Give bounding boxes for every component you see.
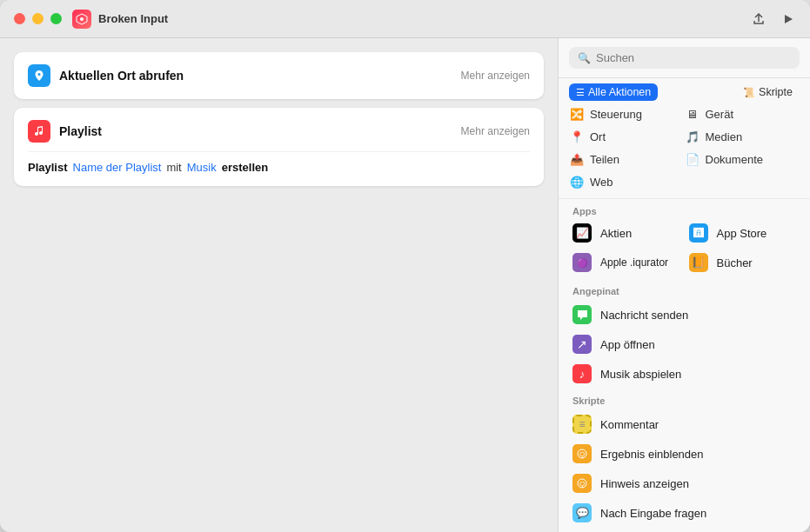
search-icon: 🔍 bbox=[578, 52, 591, 64]
action-card-location: Aktuellen Ort abrufen Mehr anzeigen bbox=[14, 52, 544, 99]
action-playlist-title: Playlist bbox=[59, 124, 102, 138]
list-item-eingabe[interactable]: 💬 Nach Eingabe fragen bbox=[559, 498, 810, 528]
action-card-playlist: Playlist Mehr anzeigen Playlist Name der… bbox=[14, 108, 544, 186]
list-item-musik[interactable]: ♪ Musik abspielen bbox=[559, 359, 810, 389]
titlebar-actions bbox=[751, 11, 796, 27]
list-item-kommentar[interactable]: ≡ Kommentar bbox=[559, 409, 810, 439]
playlist-name-token[interactable]: Name der Playlist bbox=[73, 161, 162, 174]
musik-label: Musik abspielen bbox=[600, 368, 681, 381]
geraet-icon: 🖥 bbox=[685, 106, 700, 122]
appstore-label: App Store bbox=[717, 227, 767, 240]
filter-ort[interactable]: 📍 Ort bbox=[569, 125, 685, 148]
appstore-icon: 🅰 bbox=[689, 223, 708, 243]
share-button[interactable] bbox=[751, 11, 766, 27]
filter-skripte-label: Skripte bbox=[759, 86, 793, 98]
filter-alle-label: Alle Aktionen bbox=[588, 86, 651, 98]
medien-icon: 🎵 bbox=[685, 129, 700, 144]
location-icon bbox=[28, 64, 50, 87]
main-panel: Aktuellen Ort abrufen Mehr anzeigen Play… bbox=[0, 38, 558, 532]
aktien-icon: 📈 bbox=[572, 223, 592, 243]
list-item-app-oeffnen[interactable]: ↗ App öffnen bbox=[559, 329, 810, 359]
search-input[interactable] bbox=[596, 51, 791, 64]
fullscreen-button[interactable] bbox=[50, 13, 62, 24]
traffic-lights bbox=[14, 13, 62, 24]
kommentar-label: Kommentar bbox=[600, 418, 659, 431]
musik-icon: ♪ bbox=[572, 364, 592, 383]
sidebar: 🔍 ☰ Alle Aktionen 📜 Skripte 🔀 bbox=[558, 38, 810, 532]
iqurator-label: Apple .iqurator bbox=[600, 256, 668, 269]
buecher-label: Bücher bbox=[717, 256, 753, 269]
section-header-angepinat: Angepinat bbox=[559, 279, 810, 300]
filter-geraet[interactable]: 🖥 Gerät bbox=[685, 103, 800, 125]
music-icon bbox=[28, 120, 50, 143]
titlebar: Broken Input bbox=[0, 0, 810, 38]
section-header-skripte: Skripte bbox=[559, 389, 810, 409]
section-header-apps: Apps bbox=[559, 199, 810, 220]
ort-icon: 📍 bbox=[569, 129, 585, 144]
list-item-nachricht[interactable]: Nachricht senden bbox=[559, 300, 810, 329]
ergebnis-icon: Q bbox=[572, 444, 592, 463]
list-item-iqurator[interactable]: 🟣 Apple .iqurator bbox=[569, 249, 684, 276]
hinweis-icon: Q bbox=[572, 474, 592, 493]
search-box[interactable]: 🔍 bbox=[569, 47, 800, 69]
filter-teilen-label: Teilen bbox=[590, 153, 619, 166]
filter-geraet-label: Gerät bbox=[706, 108, 734, 121]
action-body-playlist: Playlist Name der Playlist mit Musik ers… bbox=[28, 151, 530, 174]
kommentar-icon: ≡ bbox=[572, 415, 592, 434]
app-oeffnen-label: App öffnen bbox=[600, 338, 655, 351]
filter-skripte[interactable]: 📜 Skripte bbox=[736, 83, 800, 101]
list-item-buecher[interactable]: 📙 Bücher bbox=[686, 249, 800, 276]
aktien-label: Aktien bbox=[600, 227, 632, 240]
list-item-appstore[interactable]: 🅰 App Store bbox=[686, 220, 800, 246]
filter-web-label: Web bbox=[590, 176, 613, 189]
buecher-icon: 📙 bbox=[689, 253, 708, 272]
list-item-anzahl[interactable]: Σ Anzahl bbox=[559, 528, 810, 532]
action-card-header: Aktuellen Ort abrufen Mehr anzeigen bbox=[28, 64, 530, 87]
filter-alle-aktionen[interactable]: ☰ Alle Aktionen bbox=[569, 83, 658, 101]
ergebnis-label: Ergebnis einblenden bbox=[600, 448, 704, 461]
list-item-hinweis[interactable]: Q Hinweis anzeigen bbox=[559, 469, 810, 498]
music-token[interactable]: Musik bbox=[187, 161, 217, 174]
action-card-header-2: Playlist Mehr anzeigen bbox=[28, 120, 530, 143]
svg-text:Q: Q bbox=[579, 480, 585, 488]
filter-medien[interactable]: 🎵 Medien bbox=[685, 125, 800, 148]
list-item-aktien[interactable]: 📈 Aktien bbox=[569, 220, 684, 246]
app-icon bbox=[72, 10, 91, 29]
filter-web[interactable]: 🌐 Web bbox=[569, 170, 685, 193]
minimize-button[interactable] bbox=[32, 13, 44, 24]
filter-medien-label: Medien bbox=[706, 130, 743, 143]
action-card-left: Aktuellen Ort abrufen bbox=[28, 64, 184, 87]
content-area: Aktuellen Ort abrufen Mehr anzeigen Play… bbox=[0, 38, 810, 532]
svg-point-0 bbox=[80, 17, 84, 21]
app-window: Broken Input bbox=[0, 0, 810, 532]
mehr-anzeigen-playlist[interactable]: Mehr anzeigen bbox=[461, 125, 530, 137]
eingabe-label: Nach Eingabe fragen bbox=[600, 507, 706, 520]
app-oeffnen-icon: ↗ bbox=[572, 335, 592, 354]
action-location-title: Aktuellen Ort abrufen bbox=[59, 69, 184, 83]
body-prefix: Playlist bbox=[28, 161, 68, 174]
svg-point-2 bbox=[38, 73, 41, 76]
filter-dokumente[interactable]: 📄 Dokumente bbox=[685, 148, 800, 170]
sidebar-list: Apps 📈 Aktien 🅰 App Store 🟣 Apple .iqura… bbox=[559, 199, 810, 532]
filter-ort-label: Ort bbox=[590, 130, 606, 143]
dokumente-icon: 📄 bbox=[685, 151, 700, 167]
filter-dokumente-label: Dokumente bbox=[706, 153, 763, 166]
action-card-left-2: Playlist bbox=[28, 120, 102, 143]
filter-teilen[interactable]: 📤 Teilen bbox=[569, 148, 685, 170]
close-button[interactable] bbox=[14, 13, 25, 24]
sidebar-search: 🔍 bbox=[559, 38, 810, 78]
list-item-ergebnis[interactable]: Q Ergebnis einblenden bbox=[559, 439, 810, 469]
filter-steuerung[interactable]: 🔀 Steuerung bbox=[569, 103, 685, 125]
body-mid: mit bbox=[166, 161, 181, 174]
filter-columns: 🔀 Steuerung 🖥 Gerät 📍 Ort 🎵 Medien 📤 bbox=[559, 103, 810, 199]
nachricht-icon bbox=[572, 305, 592, 324]
svg-text:Q: Q bbox=[579, 450, 585, 458]
play-button[interactable] bbox=[780, 11, 796, 27]
eingabe-icon: 💬 bbox=[572, 503, 592, 522]
iqurator-icon: 🟣 bbox=[572, 253, 592, 272]
svg-marker-1 bbox=[785, 15, 793, 23]
window-title: Broken Input bbox=[98, 12, 168, 25]
mehr-anzeigen-location[interactable]: Mehr anzeigen bbox=[461, 70, 530, 82]
nachricht-label: Nachricht senden bbox=[600, 309, 688, 322]
steuerung-icon: 🔀 bbox=[569, 106, 585, 122]
